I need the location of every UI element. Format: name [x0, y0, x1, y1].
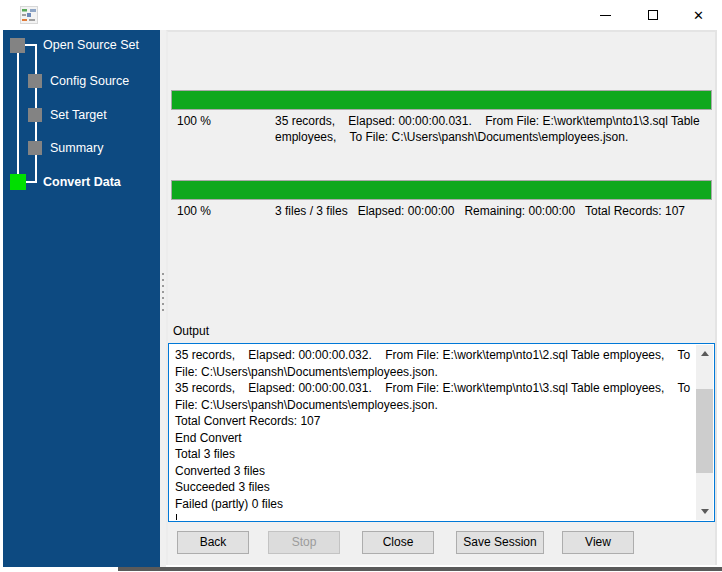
text-caret — [176, 514, 177, 520]
scroll-up-icon — [701, 351, 709, 356]
maximize-button[interactable] — [630, 0, 675, 30]
file-progress-status: 100 %35 records, Elapsed: 00:00:00.031. … — [177, 113, 713, 145]
sidebar-item-summary[interactable]: Summary — [50, 141, 103, 156]
scroll-down-button[interactable] — [696, 503, 713, 520]
total-progress-bar — [171, 180, 712, 200]
log-line: Failed (partly) 0 files — [175, 496, 694, 513]
scrollbar-thumb[interactable] — [696, 389, 713, 473]
output-log-text: 35 records, Elapsed: 00:00:00.032. From … — [170, 345, 695, 520]
close-icon: ✕ — [693, 9, 704, 22]
output-log-box[interactable]: 35 records, Elapsed: 00:00:00.032. From … — [168, 343, 715, 522]
splitter-grip-icon — [162, 303, 164, 305]
stop-button: Stop — [268, 531, 340, 554]
file-progress-fill — [172, 91, 711, 109]
sidebar-item-config-source[interactable]: Config Source — [50, 74, 129, 89]
close-button[interactable]: Close — [362, 531, 434, 554]
log-line: Total 3 files — [175, 446, 694, 463]
file-progress-bar — [171, 90, 712, 110]
minimize-button[interactable] — [583, 0, 628, 30]
splitter-grip-icon — [162, 297, 164, 299]
step-marker-config-source — [28, 74, 42, 88]
total-progress-percent: 100 % — [177, 203, 275, 219]
close-window-button[interactable]: ✕ — [676, 0, 721, 30]
wizard-sidebar: Open Source Set Config Source Set Target… — [3, 30, 160, 567]
step-connector-line — [26, 181, 36, 183]
total-progress-status: 100 %3 files / 3 files Elapsed: 00:00:00… — [177, 203, 713, 219]
step-marker-summary — [28, 141, 42, 155]
convert-panel: 100 %35 records, Elapsed: 00:00:00.031. … — [166, 30, 717, 565]
log-line: Succeeded 3 files — [175, 479, 694, 496]
step-marker-open-source-set — [10, 38, 25, 53]
splitter-grip-icon — [162, 273, 164, 275]
app-window: ✕ Open Source Set Config Source Set Targ… — [0, 0, 722, 572]
file-progress-detail: 35 records, Elapsed: 00:00:00.031. From … — [275, 113, 711, 145]
total-progress-fill — [172, 181, 711, 199]
step-connector-line — [17, 53, 19, 174]
sidebar-item-convert-data[interactable]: Convert Data — [43, 175, 121, 190]
back-button[interactable]: Back — [177, 531, 249, 554]
log-line: 35 records, Elapsed: 00:00:00.031. From … — [175, 380, 694, 413]
output-scrollbar[interactable] — [696, 345, 713, 520]
log-line: Total Convert Records: 107 — [175, 413, 694, 430]
app-icon — [20, 6, 38, 24]
scroll-down-icon — [701, 509, 709, 514]
file-progress-percent: 100 % — [177, 113, 275, 129]
splitter-grip-icon — [162, 285, 164, 287]
sidebar-item-set-target[interactable]: Set Target — [50, 108, 107, 123]
step-marker-set-target — [28, 108, 42, 122]
window-bottom-border — [118, 567, 722, 571]
view-button[interactable]: View — [562, 531, 634, 554]
total-progress-detail: 3 files / 3 files Elapsed: 00:00:00 Rema… — [275, 203, 711, 219]
log-line: 35 records, Elapsed: 00:00:00.032. From … — [175, 347, 694, 380]
log-line: End Convert — [175, 430, 694, 447]
scroll-up-button[interactable] — [696, 345, 713, 362]
splitter-grip-icon — [162, 309, 164, 311]
log-caret-line — [175, 512, 694, 520]
sidebar-item-open-source-set[interactable]: Open Source Set — [43, 38, 139, 53]
output-label: Output — [173, 324, 209, 338]
log-line: Converted 3 files — [175, 463, 694, 480]
maximize-icon — [648, 10, 658, 20]
splitter-grip-icon — [162, 279, 164, 281]
minimize-icon — [600, 15, 611, 16]
save-session-button[interactable]: Save Session — [456, 531, 544, 554]
step-marker-convert-data-active — [10, 174, 26, 190]
title-bar[interactable]: ✕ — [0, 0, 722, 30]
splitter-grip-icon — [162, 291, 164, 293]
